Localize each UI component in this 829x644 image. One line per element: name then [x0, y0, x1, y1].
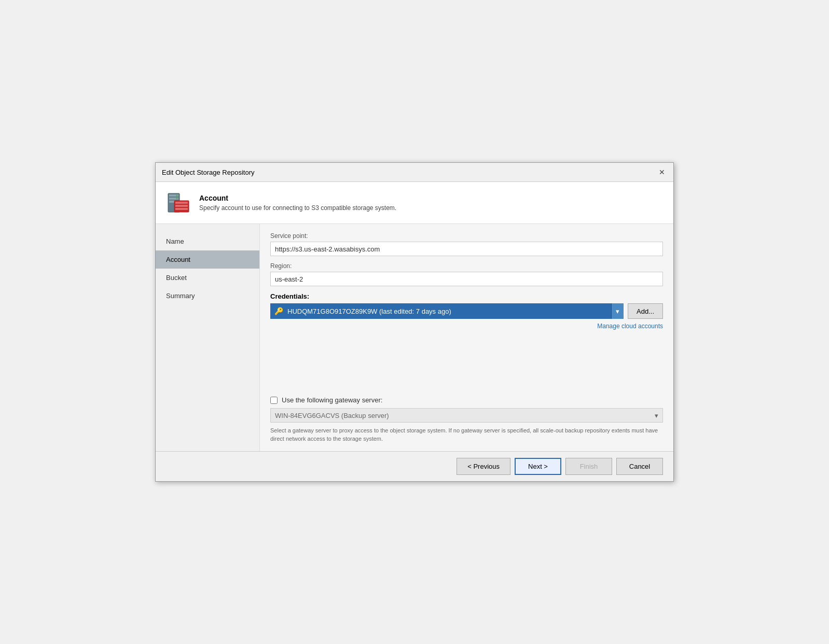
region-input[interactable] — [270, 272, 663, 286]
region-group: Region: — [270, 262, 663, 286]
spacer — [270, 336, 663, 377]
svg-rect-9 — [175, 205, 188, 207]
dialog: Edit Object Storage Repository ✕ A — [155, 162, 674, 482]
gateway-server-value: WIN-84EVG6GACVS (Backup server) — [275, 412, 389, 419]
service-point-label: Service point: — [270, 232, 663, 240]
svg-point-4 — [176, 195, 178, 197]
header-title: Account — [199, 194, 396, 202]
gateway-chevron-icon: ▾ — [655, 412, 658, 419]
sidebar-item-name[interactable]: Name — [156, 232, 259, 250]
header-section: Account Specify account to use for conne… — [156, 182, 673, 224]
credentials-dropdown[interactable]: 🔑 HUDQM71G8O917OZ89K9W (last edited: 7 d… — [270, 303, 624, 319]
key-icon: 🔑 — [274, 307, 283, 315]
gateway-info-text: Select a gateway server to proxy access … — [270, 427, 663, 443]
svg-point-5 — [176, 198, 178, 200]
sidebar-item-account[interactable]: Account — [156, 250, 259, 269]
dialog-title: Edit Object Storage Repository — [162, 169, 254, 176]
next-button[interactable]: Next > — [515, 458, 561, 475]
add-credentials-button[interactable]: Add... — [628, 303, 663, 319]
region-label: Region: — [270, 262, 663, 270]
manage-link-container: Manage cloud accounts — [270, 322, 663, 330]
content-area: Name Account Bucket Summary Service poin… — [156, 224, 673, 451]
gateway-checkbox-row: Use the following gateway server: — [270, 396, 663, 404]
credentials-group: Credentials: 🔑 HUDQM71G8O917OZ89K9W (las… — [270, 292, 663, 330]
storage-icon — [166, 190, 191, 215]
dropdown-arrow[interactable]: ▾ — [611, 303, 624, 319]
gateway-checkbox-label[interactable]: Use the following gateway server: — [282, 396, 382, 404]
sidebar: Name Account Bucket Summary — [156, 224, 259, 451]
credentials-value: HUDQM71G8O917OZ89K9W (last edited: 7 day… — [287, 307, 609, 315]
service-point-input[interactable] — [270, 242, 663, 256]
title-bar: Edit Object Storage Repository ✕ — [156, 163, 673, 182]
manage-cloud-accounts-link[interactable]: Manage cloud accounts — [597, 323, 663, 330]
service-point-group: Service point: — [270, 232, 663, 256]
header-text: Account Specify account to use for conne… — [199, 194, 396, 212]
main-content: Service point: Region: Credentials: 🔑 HU… — [259, 224, 673, 451]
credentials-label: Credentials: — [270, 292, 663, 300]
gateway-section: Use the following gateway server: WIN-84… — [270, 388, 663, 443]
credentials-row: 🔑 HUDQM71G8O917OZ89K9W (last edited: 7 d… — [270, 303, 663, 319]
previous-button[interactable]: < Previous — [457, 458, 510, 475]
close-button[interactable]: ✕ — [657, 167, 667, 177]
gateway-server-dropdown[interactable]: WIN-84EVG6GACVS (Backup server) ▾ — [270, 408, 663, 423]
footer: < Previous Next > Finish Cancel — [156, 451, 673, 481]
header-description: Specify account to use for connecting to… — [199, 204, 396, 212]
finish-button[interactable]: Finish — [565, 458, 612, 475]
svg-rect-10 — [175, 208, 188, 210]
gateway-checkbox[interactable] — [270, 397, 278, 404]
cancel-button[interactable]: Cancel — [616, 458, 663, 475]
chevron-down-icon: ▾ — [616, 307, 619, 315]
sidebar-item-bucket[interactable]: Bucket — [156, 269, 259, 287]
svg-rect-8 — [175, 202, 188, 204]
sidebar-item-summary[interactable]: Summary — [156, 287, 259, 305]
